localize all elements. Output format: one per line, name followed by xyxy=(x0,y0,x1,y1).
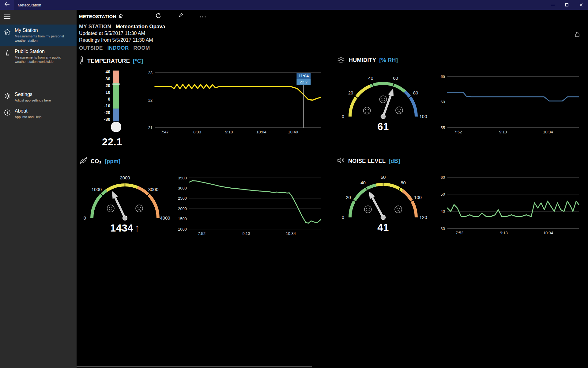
back-button[interactable] xyxy=(0,0,14,10)
temperature-value: 22.1 xyxy=(102,136,122,148)
svg-text:55: 55 xyxy=(441,125,445,130)
horizontal-scrollbar[interactable] xyxy=(77,366,312,367)
svg-text:100: 100 xyxy=(419,114,427,119)
panel-unit-text: [°C] xyxy=(133,58,143,64)
svg-text:22.2: 22.2 xyxy=(300,80,307,84)
sidebar-item-desc: App info and Help xyxy=(15,115,41,119)
temperature-chart[interactable]: 2122237:478:339:1810:0410:4911:0422.2 xyxy=(140,70,324,136)
svg-text:80: 80 xyxy=(413,90,418,95)
trend-up-arrow: ↑ xyxy=(134,222,140,234)
refresh-icon xyxy=(155,13,161,20)
svg-text:0: 0 xyxy=(108,97,110,102)
svg-text:80: 80 xyxy=(401,180,406,185)
svg-text:40: 40 xyxy=(441,209,445,214)
svg-text:11:04: 11:04 xyxy=(299,74,309,78)
svg-text:9:13: 9:13 xyxy=(500,231,507,235)
panel-unit-text: [% RH] xyxy=(379,57,398,63)
page-title-text: METEOSTATION xyxy=(79,14,116,19)
station-header: MY STATION Meteostation Opava Updated at… xyxy=(79,23,582,44)
thermometer-icon xyxy=(79,56,84,66)
svg-text:40: 40 xyxy=(368,75,373,81)
svg-text:9:18: 9:18 xyxy=(225,130,233,134)
tab-outside[interactable]: OUTSIDE xyxy=(79,45,103,51)
temperature-thermometer: 403020100-10-20-30 xyxy=(89,68,135,135)
hamburger-button[interactable] xyxy=(0,10,15,25)
close-icon xyxy=(579,3,583,7)
humidity-value: 61 xyxy=(377,121,389,132)
maximize-button[interactable] xyxy=(560,0,574,10)
svg-text:21: 21 xyxy=(148,125,153,130)
svg-text:10:34: 10:34 xyxy=(286,231,296,236)
refresh-button[interactable] xyxy=(155,13,161,20)
svg-text:0: 0 xyxy=(84,215,86,220)
svg-text:9:13: 9:13 xyxy=(242,231,250,236)
svg-text:60: 60 xyxy=(381,174,386,180)
noise-chart[interactable]: 304050607:529:1310:34 xyxy=(432,174,582,236)
svg-text:10: 10 xyxy=(105,90,110,95)
humidity-panel: HUMIDITY [% RH] 020406080100 61 5560657:… xyxy=(337,56,582,148)
svg-text:10:34: 10:34 xyxy=(543,231,553,235)
svg-text:4000: 4000 xyxy=(160,215,170,220)
gear-icon xyxy=(0,92,15,102)
sidebar-item-my-station[interactable]: My Station Measurements from my personal… xyxy=(0,25,77,46)
svg-text:10:49: 10:49 xyxy=(288,130,298,134)
sidebar: My Station Measurements from my personal… xyxy=(0,10,77,368)
noise-value: 41 xyxy=(377,222,389,233)
hamburger-icon xyxy=(4,14,10,20)
sidebar-item-desc: Measurements from my personal weather st… xyxy=(15,34,72,43)
noise-gauge: 020406080100120 xyxy=(337,172,429,220)
minimize-button[interactable] xyxy=(546,0,560,10)
noise-panel: NOISE LEVEL [dB] 020406080100120 41 3040… xyxy=(337,157,582,237)
lock-button[interactable] xyxy=(575,31,580,39)
station-label: MY STATION xyxy=(79,24,111,29)
co2-gauge: 01000200030004000 xyxy=(79,173,171,221)
svg-text:20: 20 xyxy=(348,90,353,95)
svg-text:30: 30 xyxy=(441,226,445,231)
sidebar-item-about[interactable]: About App info and Help xyxy=(0,105,77,122)
svg-text:65: 65 xyxy=(441,74,445,79)
co2-chart[interactable]: 1000150020002500300035007:529:1310:34 xyxy=(174,175,324,237)
pin-button[interactable] xyxy=(177,13,183,20)
home-glyph-icon xyxy=(119,14,123,19)
main-content: METEOSTATION xyxy=(77,10,588,368)
lock-icon xyxy=(575,33,580,38)
svg-text:7:52: 7:52 xyxy=(456,231,463,235)
svg-text:-10: -10 xyxy=(104,103,110,108)
sidebar-item-settings[interactable]: Settings Adjust app settings here xyxy=(0,89,77,105)
temperature-panel: TEMPERATURE [°C] 403020100-10-20-30 22.1… xyxy=(79,56,324,148)
svg-text:60: 60 xyxy=(441,100,445,104)
tab-indoor[interactable]: INDOOR xyxy=(107,45,129,51)
svg-text:2000: 2000 xyxy=(178,206,187,211)
humidity-icon xyxy=(337,56,346,64)
svg-text:23: 23 xyxy=(148,71,153,75)
sidebar-item-label: My Station xyxy=(15,28,72,33)
page-title: METEOSTATION xyxy=(79,14,123,19)
window-title: MeteoStation xyxy=(18,3,41,7)
sidebar-item-public-station[interactable]: Public Station Measurements from any pub… xyxy=(0,46,77,67)
panel-title-text: NOISE LEVEL xyxy=(348,158,386,164)
sidebar-item-desc: Measurements from any public weather sta… xyxy=(15,55,72,64)
ellipsis-icon xyxy=(199,13,206,19)
tower-icon xyxy=(0,49,15,64)
svg-text:7:52: 7:52 xyxy=(198,231,205,236)
svg-text:0: 0 xyxy=(342,114,344,119)
readings-text: Readings from 5/5/2017 11:30 AM xyxy=(79,37,582,44)
more-button[interactable] xyxy=(199,13,206,19)
station-name: Meteostation Opava xyxy=(116,24,165,29)
svg-text:10:04: 10:04 xyxy=(256,130,266,134)
svg-text:1000: 1000 xyxy=(92,187,102,192)
sidebar-item-desc: Adjust app settings here xyxy=(15,98,51,102)
panel-title-text: TEMPERATURE xyxy=(87,58,130,64)
sidebar-item-label: Public Station xyxy=(15,49,72,54)
minimize-icon xyxy=(551,5,555,5)
close-button[interactable] xyxy=(574,0,588,10)
co2-panel: CO₂ [ppm] 01000200030004000 1434↑ 100015… xyxy=(79,157,324,237)
co2-value: 1434↑ xyxy=(110,222,140,234)
tab-room[interactable]: ROOM xyxy=(133,45,150,51)
svg-text:1500: 1500 xyxy=(178,217,187,221)
window-controls xyxy=(546,0,588,10)
co2-panel-title: CO₂ [ppm] xyxy=(79,157,324,166)
svg-text:40: 40 xyxy=(105,69,110,74)
humidity-chart[interactable]: 5560657:529:1310:34 xyxy=(432,74,582,136)
back-arrow-icon xyxy=(4,2,10,8)
